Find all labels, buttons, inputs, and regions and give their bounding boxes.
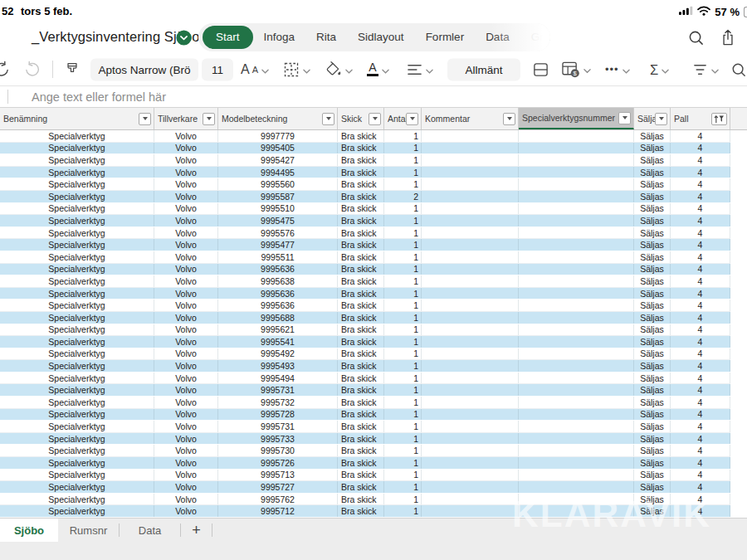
font-name-box[interactable]: Aptos Narrow (Brö bbox=[90, 58, 198, 80]
cell[interactable]: Säljas bbox=[634, 324, 671, 336]
cell[interactable] bbox=[519, 348, 634, 360]
cell[interactable]: Volvo bbox=[154, 470, 218, 481]
cell[interactable]: 1 bbox=[384, 312, 422, 324]
cell[interactable] bbox=[422, 203, 519, 215]
cell[interactable]: Bra skick bbox=[338, 421, 384, 432]
cell[interactable]: 9995560 bbox=[218, 178, 338, 190]
ribbon-tab-infoga[interactable]: Infoga bbox=[253, 26, 306, 49]
filter-dropdown-button[interactable] bbox=[406, 113, 418, 125]
cell[interactable] bbox=[422, 421, 519, 432]
find-button[interactable] bbox=[731, 62, 746, 77]
filter-dropdown-button[interactable] bbox=[618, 112, 631, 124]
cell[interactable] bbox=[422, 264, 519, 275]
cell[interactable]: Specialverktyg bbox=[0, 264, 154, 275]
cell[interactable]: Specialverktyg bbox=[0, 494, 154, 505]
cell[interactable]: 1 bbox=[384, 481, 422, 493]
cell[interactable]: Bra skick bbox=[338, 360, 384, 372]
cell[interactable]: Bra skick bbox=[338, 312, 384, 324]
cell[interactable]: Bra skick bbox=[338, 275, 384, 287]
cell[interactable]: 9995726 bbox=[218, 457, 338, 469]
cell[interactable]: 1 bbox=[384, 275, 422, 287]
cell[interactable]: Bra skick bbox=[338, 409, 384, 421]
cell[interactable]: Specialverktyg bbox=[0, 433, 154, 445]
cell[interactable]: 9995733 bbox=[218, 433, 338, 445]
cell[interactable]: 4 bbox=[671, 457, 730, 469]
table-row[interactable]: SpecialverktygVolvo9995636Bra skick1Sälj… bbox=[0, 288, 730, 300]
cell[interactable]: 9995492 bbox=[218, 348, 338, 360]
autosum-button[interactable]: Σ bbox=[650, 62, 669, 77]
cell[interactable] bbox=[519, 470, 634, 481]
cell[interactable]: Volvo bbox=[154, 494, 218, 505]
font-color-button[interactable]: A bbox=[367, 62, 389, 77]
cell[interactable] bbox=[422, 384, 519, 396]
cell[interactable]: Specialverktyg bbox=[0, 178, 154, 190]
cell[interactable]: 9995576 bbox=[218, 227, 338, 239]
cell[interactable] bbox=[422, 494, 519, 505]
cell[interactable]: Volvo bbox=[154, 130, 218, 142]
document-title[interactable]: _Verktygsinventering Sjöbo NY bbox=[32, 29, 222, 45]
cell[interactable] bbox=[422, 445, 519, 456]
cell[interactable]: Bra skick bbox=[338, 178, 384, 190]
filter-dropdown-button[interactable] bbox=[503, 113, 515, 125]
cell[interactable]: 4 bbox=[671, 324, 730, 336]
filter-dropdown-button[interactable] bbox=[369, 113, 381, 125]
cell[interactable] bbox=[422, 470, 519, 481]
cell[interactable]: 4 bbox=[671, 227, 730, 239]
cell[interactable]: Volvo bbox=[154, 397, 218, 408]
sheet-tab-data[interactable]: Data bbox=[120, 519, 180, 542]
cell[interactable]: Säljas bbox=[634, 288, 671, 299]
cell[interactable]: 1 bbox=[384, 215, 422, 226]
undo-button[interactable] bbox=[0, 61, 10, 78]
cell[interactable]: Volvo bbox=[154, 178, 218, 190]
cell[interactable] bbox=[422, 167, 519, 178]
cell[interactable] bbox=[422, 275, 519, 287]
cell[interactable] bbox=[519, 143, 634, 154]
cell[interactable]: Specialverktyg bbox=[0, 360, 154, 372]
cell[interactable] bbox=[422, 312, 519, 324]
cell[interactable]: 1 bbox=[384, 505, 422, 517]
cell[interactable]: 1 bbox=[384, 167, 422, 178]
cell[interactable]: 9995541 bbox=[218, 336, 338, 348]
cell[interactable]: 1 bbox=[384, 130, 422, 142]
share-icon[interactable] bbox=[720, 28, 735, 50]
ribbon-tab-start[interactable]: Start bbox=[203, 26, 253, 49]
cell[interactable]: 9995636 bbox=[218, 299, 338, 311]
cell[interactable] bbox=[519, 481, 634, 493]
cell[interactable]: Säljas bbox=[634, 191, 671, 202]
cell[interactable] bbox=[422, 143, 519, 154]
cell[interactable]: Specialverktyg bbox=[0, 154, 154, 166]
cell[interactable]: Specialverktyg bbox=[0, 191, 154, 202]
sheet-tab-sj-bo[interactable]: Sjöbo bbox=[0, 519, 58, 542]
ribbon-tab-sidlayout[interactable]: Sidlayout bbox=[347, 26, 415, 49]
cell[interactable]: 9995636 bbox=[218, 264, 338, 275]
cell[interactable]: 1 bbox=[384, 348, 422, 360]
cell[interactable]: Specialverktyg bbox=[0, 505, 154, 517]
cell[interactable]: Volvo bbox=[154, 505, 218, 517]
cell[interactable] bbox=[519, 409, 634, 421]
cell[interactable]: Specialverktyg bbox=[0, 215, 154, 226]
cell[interactable]: Bra skick bbox=[338, 191, 384, 202]
cell[interactable]: 4 bbox=[671, 143, 730, 154]
font-format-button[interactable]: AA bbox=[241, 62, 269, 77]
cell[interactable] bbox=[422, 505, 519, 517]
cell[interactable]: Säljas bbox=[634, 360, 671, 372]
ribbon-tab-formler[interactable]: Formler bbox=[415, 26, 476, 49]
formula-bar[interactable]: Ange text eller formel här bbox=[0, 85, 747, 108]
cell[interactable] bbox=[519, 360, 634, 372]
cell[interactable]: Specialverktyg bbox=[0, 143, 154, 154]
table-row[interactable]: SpecialverktygVolvo9995726Bra skick1Sälj… bbox=[0, 457, 730, 470]
cell[interactable]: 4 bbox=[671, 203, 730, 215]
cell[interactable]: Volvo bbox=[154, 299, 218, 311]
cell[interactable]: 1 bbox=[384, 433, 422, 445]
cell[interactable]: Volvo bbox=[154, 275, 218, 287]
cell[interactable] bbox=[422, 348, 519, 360]
table-row[interactable]: SpecialverktygVolvo9995728Bra skick1Sälj… bbox=[0, 409, 730, 421]
cell[interactable] bbox=[519, 251, 634, 263]
cell[interactable]: Säljas bbox=[634, 336, 671, 348]
cell[interactable]: 9995427 bbox=[218, 154, 338, 166]
cell[interactable]: 9995728 bbox=[218, 409, 338, 421]
cell[interactable]: Säljas bbox=[634, 154, 671, 166]
cell[interactable]: 4 bbox=[671, 299, 730, 311]
cell[interactable]: Volvo bbox=[154, 191, 218, 202]
cell[interactable]: 9995713 bbox=[218, 470, 338, 481]
